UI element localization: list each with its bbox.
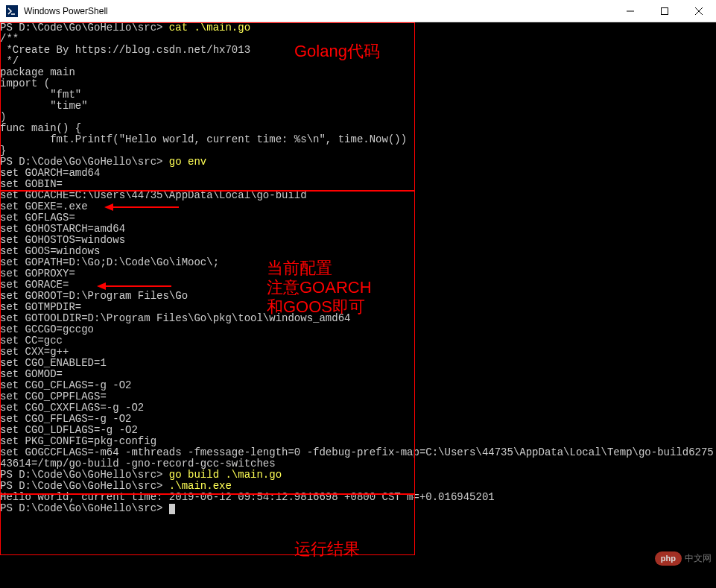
terminal-area[interactable]: PS D:\Code\Go\GoHello\src> cat .\main.go… bbox=[0, 22, 716, 588]
env-line: set CGO_CPPFLAGS= bbox=[0, 391, 716, 402]
annotation-label-env: 当前配置 注意GOARCH 和GOOS即可 bbox=[267, 259, 372, 317]
env-line: set CGO_LDFLAGS=-g -O2 bbox=[0, 425, 716, 436]
env-line: set GOFLAGS= bbox=[0, 212, 716, 224]
env-line: set PKG_CONFIG=pkg-config bbox=[0, 436, 716, 447]
prompt-line: PS D:\Code\Go\GoHello\src> bbox=[0, 503, 716, 514]
env-line: set CGO_CFLAGS=-g -O2 bbox=[0, 380, 716, 391]
maximize-button[interactable] bbox=[647, 0, 682, 22]
env-line: set GOARCH=amd64 bbox=[0, 168, 716, 179]
watermark: php 中文网 bbox=[655, 551, 712, 566]
code-line: func main() { bbox=[0, 123, 716, 134]
code-line: package main bbox=[0, 67, 716, 78]
env-line: set CGO_FFLAGS=-g -O2 bbox=[0, 414, 716, 425]
minimize-button[interactable] bbox=[613, 0, 647, 22]
code-line: "fmt" bbox=[0, 89, 716, 101]
window-titlebar: Windows PowerShell bbox=[0, 0, 716, 22]
code-line: } bbox=[0, 145, 716, 157]
env-line: set GOBIN= bbox=[0, 179, 716, 190]
prompt-line: PS D:\Code\Go\GoHello\src> cat .\main.go bbox=[0, 22, 716, 34]
annotation-label-run: 运行结果 bbox=[294, 540, 360, 559]
cursor bbox=[169, 504, 175, 514]
watermark-text: 中文网 bbox=[685, 553, 712, 564]
window-title: Windows PowerShell bbox=[24, 6, 108, 16]
prompt-line: PS D:\Code\Go\GoHello\src> go env bbox=[0, 157, 716, 168]
code-line: fmt.Printf("Hello world, current time: %… bbox=[0, 134, 716, 145]
svg-rect-3 bbox=[662, 8, 668, 15]
env-line: set CXX=g++ bbox=[0, 347, 716, 358]
code-line: ) bbox=[0, 112, 716, 123]
env-line: set CGO_ENABLED=1 bbox=[0, 358, 716, 369]
env-line: set GOHOSTOS=windows bbox=[0, 235, 716, 246]
env-line: set GOOS=windows bbox=[0, 246, 716, 257]
env-line: set GOMOD= bbox=[0, 369, 716, 380]
powershell-icon bbox=[6, 5, 18, 17]
env-line: set CC=gcc bbox=[0, 335, 716, 347]
close-button[interactable] bbox=[682, 0, 716, 22]
prompt-line: PS D:\Code\Go\GoHello\src> .\main.exe bbox=[0, 481, 716, 492]
prompt-line: PS D:\Code\Go\GoHello\src> go build .\ma… bbox=[0, 470, 716, 481]
env-line: set GOCACHE=C:\Users\44735\AppData\Local… bbox=[0, 190, 716, 201]
window-controls bbox=[613, 0, 716, 22]
env-line: set GCCGO=gccgo bbox=[0, 324, 716, 335]
watermark-badge: php bbox=[655, 551, 682, 566]
env-line: set GOGCCFLAGS=-m64 -mthreads -fmessage-… bbox=[0, 447, 716, 470]
output-line: Hello world, current time: 2019-06-12 09… bbox=[0, 492, 716, 503]
env-line: set CGO_CXXFLAGS=-g -O2 bbox=[0, 402, 716, 414]
code-line: "time" bbox=[0, 101, 716, 112]
env-line: set GOHOSTARCH=amd64 bbox=[0, 224, 716, 235]
code-line: import ( bbox=[0, 78, 716, 89]
env-line: set GOEXE=.exe bbox=[0, 201, 716, 212]
annotation-label-code: Golang代码 bbox=[294, 42, 380, 61]
